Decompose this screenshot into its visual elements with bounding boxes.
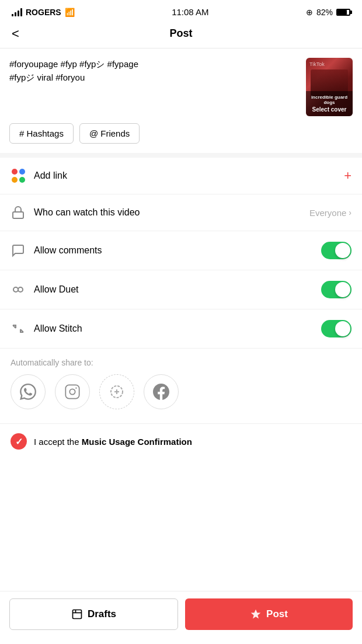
select-cover-label: Select cover — [312, 106, 347, 113]
allow-comments-item[interactable]: Allow comments — [0, 231, 362, 270]
carrier-label: ROGERS — [26, 8, 61, 17]
caption-text[interactable]: #foryoupage #fyp #fypシ #fypage#fypジ vira… — [9, 58, 299, 116]
back-button[interactable]: < — [12, 26, 19, 41]
bottom-bar: Drafts Post — [0, 591, 362, 644]
thumbnail-description: incredible guard dogs — [308, 95, 350, 105]
allow-comments-toggle[interactable] — [321, 242, 351, 259]
checkmark-icon: ✓ — [15, 436, 23, 447]
lock-icon — [11, 205, 26, 220]
who-can-watch-item[interactable]: Who can watch this video Everyone › — [0, 194, 362, 231]
drafts-button[interactable]: Drafts — [9, 598, 178, 630]
music-accept-checkbox[interactable]: ✓ — [11, 433, 27, 450]
tag-buttons: # Hashtags @ Friends — [0, 123, 362, 153]
section-divider — [0, 153, 362, 158]
who-can-watch-label: Who can watch this video — [34, 207, 301, 218]
add-link-icon — [11, 168, 26, 183]
status-time: 11:08 AM — [172, 7, 208, 17]
music-acceptance-text: I accept the Music Usage Confirmation — [34, 437, 192, 447]
status-right: ⊕ 82% — [306, 8, 350, 17]
select-cover-overlay[interactable]: incredible guard dogs Select cover — [306, 91, 353, 116]
music-usage-bold: Music Usage Confirmation — [82, 437, 192, 447]
duet-icon — [11, 282, 26, 297]
page-title: Post — [169, 27, 192, 40]
chevron-right-icon: › — [349, 208, 351, 217]
sparkle-icon — [250, 608, 262, 620]
location-icon: ⊕ — [306, 8, 313, 17]
allow-duet-toggle[interactable] — [321, 281, 351, 298]
allow-stitch-toggle[interactable] — [321, 320, 351, 337]
drafts-label: Drafts — [88, 608, 116, 620]
post-label: Post — [266, 608, 288, 620]
status-bar: ROGERS 📶 11:08 AM ⊕ 82% — [0, 0, 362, 22]
add-link-item[interactable]: Add link + — [0, 158, 362, 194]
wifi-icon: 📶 — [65, 8, 75, 17]
comment-icon — [11, 243, 26, 258]
auto-share-label: Automatically share to: — [11, 358, 351, 367]
svg-rect-9 — [72, 610, 81, 619]
friends-button[interactable]: @ Friends — [79, 123, 140, 144]
add-platform-button[interactable] — [99, 374, 134, 409]
battery-percentage: 82% — [316, 8, 333, 17]
facebook-share-button[interactable] — [144, 374, 179, 409]
caption-section: #foryoupage #fyp #fypシ #fypage#fypジ vira… — [0, 48, 362, 123]
allow-stitch-item[interactable]: Allow Stitch — [0, 309, 362, 349]
whatsapp-share-button[interactable] — [11, 374, 46, 409]
who-can-watch-value: Everyone › — [309, 208, 351, 218]
add-link-label: Add link — [34, 170, 336, 181]
svg-rect-3 — [65, 385, 79, 398]
allow-duet-item[interactable]: Allow Duet — [0, 270, 362, 309]
add-link-plus-icon[interactable]: + — [344, 168, 351, 183]
allow-stitch-label: Allow Stitch — [34, 323, 313, 334]
svg-point-5 — [75, 387, 76, 388]
hashtags-button[interactable]: # Hashtags — [9, 123, 74, 144]
header: < Post — [0, 22, 362, 48]
video-thumbnail[interactable]: TikTok incredible guard dogs Select cove… — [306, 58, 353, 116]
music-acceptance-row: ✓ I accept the Music Usage Confirmation — [0, 423, 362, 459]
stitch-icon — [11, 321, 26, 336]
auto-share-section: Automatically share to: — [0, 349, 362, 423]
drafts-icon — [71, 608, 83, 620]
instagram-share-button[interactable] — [55, 374, 90, 409]
svg-point-1 — [13, 287, 18, 292]
tiktok-logo: TikTok — [309, 61, 325, 67]
share-icons-row — [11, 374, 351, 419]
allow-duet-label: Allow Duet — [34, 284, 313, 295]
status-left: ROGERS 📶 — [12, 8, 75, 17]
allow-comments-label: Allow comments — [34, 245, 313, 256]
svg-rect-0 — [13, 212, 23, 218]
svg-point-4 — [69, 389, 75, 394]
settings-list: Who can watch this video Everyone › Allo… — [0, 194, 362, 349]
svg-point-2 — [18, 287, 23, 292]
post-button[interactable]: Post — [185, 598, 353, 630]
battery-icon — [336, 9, 350, 16]
everyone-text: Everyone — [309, 208, 346, 218]
signal-icon — [12, 8, 22, 16]
